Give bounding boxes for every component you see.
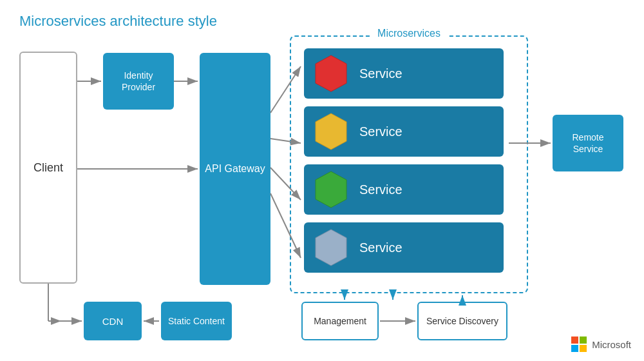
svg-marker-3	[316, 229, 346, 266]
microservices-label: Microservices	[371, 28, 447, 39]
remote-service-box: Remote Service	[553, 115, 623, 171]
identity-provider-box: Identity Provider	[103, 53, 174, 110]
microservices-container: Microservices Service Service Service Se…	[290, 35, 528, 293]
hex-green	[314, 170, 348, 209]
service-label-2: Service	[359, 124, 402, 139]
service-discovery-label: Service Discovery	[426, 316, 498, 326]
hex-yellow	[314, 112, 348, 151]
static-content-box: Static Content	[161, 302, 232, 340]
service-row-1: Service	[304, 48, 504, 99]
client-label: Client	[33, 161, 63, 175]
service-row-3: Service	[304, 164, 504, 215]
svg-marker-2	[316, 171, 346, 208]
hex-grey	[314, 228, 348, 267]
service-row-2: Service	[304, 106, 504, 157]
management-box: Management	[301, 302, 379, 340]
service-label-1: Service	[359, 66, 402, 81]
client-box: Client	[19, 52, 77, 284]
cdn-box: CDN	[84, 302, 142, 340]
management-label: Management	[314, 316, 366, 326]
service-discovery-box: Service Discovery	[417, 302, 507, 340]
microsoft-logo: Microsoft	[571, 337, 631, 352]
cdn-label: CDN	[102, 316, 124, 327]
service-row-4: Service	[304, 222, 504, 273]
identity-provider-label: Identity Provider	[108, 70, 169, 93]
api-gateway-label: API Gateway	[205, 162, 265, 176]
api-gateway-box: API Gateway	[200, 53, 270, 285]
svg-marker-1	[316, 113, 346, 150]
service-label-4: Service	[359, 240, 402, 255]
remote-service-label: Remote Service	[558, 132, 618, 155]
page-title: Microservices architecture style	[19, 13, 217, 30]
service-label-3: Service	[359, 182, 402, 197]
svg-marker-0	[316, 55, 346, 92]
microsoft-label: Microsoft	[592, 339, 631, 350]
hex-red	[314, 54, 348, 93]
microsoft-grid-icon	[571, 337, 587, 352]
static-content-label: Static Content	[168, 315, 225, 327]
